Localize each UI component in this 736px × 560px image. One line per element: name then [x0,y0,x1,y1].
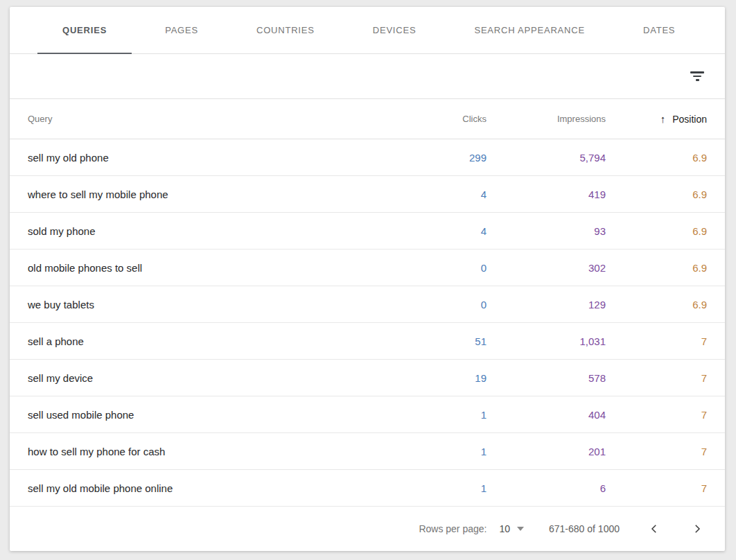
pagination-range-label: 671-680 of 1000 [549,523,620,534]
impressions-cell: 419 [487,189,606,200]
table-row[interactable]: sell used mobile phone 1 404 7 [10,396,725,433]
tab-dates[interactable]: DATES [618,7,700,53]
position-cell: 7 [606,446,707,457]
impressions-cell: 201 [487,446,606,457]
column-header-query[interactable]: Query [28,114,376,124]
table-row[interactable]: how to sell my phone for cash 1 201 7 [10,433,725,470]
clicks-cell: 19 [376,372,487,384]
position-cell: 7 [606,409,707,421]
table-row[interactable]: sell my device 19 578 7 [10,360,725,396]
query-cell[interactable]: old mobile phones to sell [28,262,376,274]
arrow-upward-icon: ↑ [660,113,666,125]
position-cell: 6.9 [606,152,707,164]
table-row[interactable]: we buy tablets 0 129 6.9 [10,286,725,323]
filter-list-icon[interactable] [689,69,706,83]
clicks-cell: 299 [376,152,487,164]
query-cell[interactable]: sell my old phone [28,152,376,164]
rows-per-page-label: Rows per page: [419,523,487,534]
impressions-cell: 1,031 [487,335,606,347]
impressions-cell: 6 [487,482,606,494]
table-row[interactable]: sell my old phone 299 5,794 6.9 [10,139,725,176]
query-cell[interactable]: sell my device [28,372,376,384]
clicks-cell: 1 [376,482,487,494]
tab-pages[interactable]: PAGES [140,7,223,53]
position-cell: 6.9 [606,189,707,200]
query-cell[interactable]: sell a phone [28,335,376,347]
position-cell: 7 [606,482,707,494]
chevron-right-icon [691,523,703,535]
impressions-cell: 404 [487,409,606,421]
query-cell[interactable]: how to sell my phone for cash [28,446,376,457]
page-size-dropdown[interactable]: 10 [499,523,524,534]
clicks-cell: 0 [376,299,487,310]
table-body: sell my old phone 299 5,794 6.9 where to… [10,139,725,507]
column-header-clicks[interactable]: Clicks [376,114,487,124]
impressions-cell: 578 [487,372,606,384]
position-cell: 7 [606,335,707,347]
query-cell[interactable]: sell my old mobile phone online [28,482,376,494]
table-row[interactable]: old mobile phones to sell 0 302 6.9 [10,250,725,286]
position-cell: 6.9 [606,262,707,274]
clicks-cell: 4 [376,189,487,200]
clicks-cell: 51 [376,335,487,347]
dropdown-arrow-icon [517,527,524,531]
column-header-impressions[interactable]: Impressions [487,114,606,124]
table-row[interactable]: sold my phone 4 93 6.9 [10,213,725,250]
column-header-position[interactable]: ↑Position [606,113,707,125]
chevron-left-icon [648,523,660,535]
queries-table: Query Clicks Impressions ↑Position sell … [10,99,725,507]
position-cell: 6.9 [606,299,707,310]
query-cell[interactable]: sold my phone [28,225,376,237]
position-cell: 7 [606,372,707,384]
table-row[interactable]: where to sell my mobile phone 4 419 6.9 [10,176,725,213]
tab-search-appearance[interactable]: SEARCH APPEARANCE [449,7,610,53]
clicks-cell: 1 [376,446,487,457]
impressions-cell: 5,794 [487,152,606,164]
clicks-cell: 4 [376,225,487,237]
pagination-bar: Rows per page: 10 671-680 of 1000 [10,507,725,551]
dimension-tab-bar: QUERIES PAGES COUNTRIES DEVICES SEARCH A… [10,7,725,54]
impressions-cell: 302 [487,262,606,274]
page-size-value: 10 [499,523,510,534]
next-page-button[interactable] [689,520,706,537]
impressions-cell: 93 [487,225,606,237]
position-cell: 6.9 [606,225,707,237]
query-cell[interactable]: sell used mobile phone [28,409,376,421]
performance-report-card: QUERIES PAGES COUNTRIES DEVICES SEARCH A… [10,7,725,551]
filter-row [10,54,725,99]
clicks-cell: 1 [376,409,487,421]
tab-devices[interactable]: DEVICES [348,7,441,53]
clicks-cell: 0 [376,262,487,274]
previous-page-button[interactable] [646,520,663,537]
table-header-row: Query Clicks Impressions ↑Position [10,99,725,139]
column-header-position-label: Position [672,114,707,125]
query-cell[interactable]: we buy tablets [28,299,376,310]
impressions-cell: 129 [487,299,606,310]
table-row[interactable]: sell my old mobile phone online 1 6 7 [10,470,725,507]
query-cell[interactable]: where to sell my mobile phone [28,189,376,200]
table-row[interactable]: sell a phone 51 1,031 7 [10,323,725,360]
tab-queries[interactable]: QUERIES [37,7,132,53]
tab-countries[interactable]: COUNTRIES [231,7,340,53]
